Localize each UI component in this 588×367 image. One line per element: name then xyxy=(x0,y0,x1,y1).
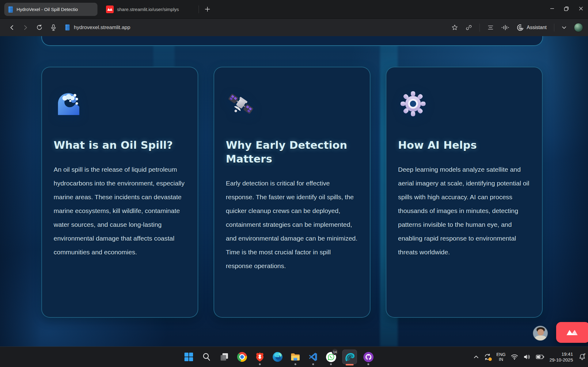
new-tab-button[interactable] xyxy=(202,4,213,14)
assistant-swirl-icon xyxy=(517,24,524,31)
system-tray: ENG IN 19:41 29-10-20 xyxy=(474,347,586,367)
tray-chevron-up-icon[interactable] xyxy=(474,355,479,359)
streamlit-crown-icon xyxy=(106,6,114,13)
browser-profile-avatar[interactable] xyxy=(574,23,583,32)
sync-status-icon[interactable] xyxy=(484,353,491,361)
task-view-button[interactable] xyxy=(218,348,231,366)
edge-icon xyxy=(273,352,283,362)
active-app-highlight xyxy=(342,350,357,364)
whatsapp-badge: 14 xyxy=(332,349,338,355)
running-indicator xyxy=(259,363,261,365)
active-indicator xyxy=(346,364,354,365)
clock-time: 19:41 xyxy=(549,351,573,357)
github-icon xyxy=(363,352,374,362)
wifi-icon[interactable] xyxy=(511,354,518,360)
search-icon xyxy=(202,353,211,361)
windows-logo-icon xyxy=(184,352,193,361)
satellite-icon xyxy=(228,91,254,117)
start-button[interactable] xyxy=(182,348,195,366)
close-icon xyxy=(579,6,583,11)
task-view-icon xyxy=(220,352,229,361)
tab-strip: HydroVexel - Oil Spill Detectio share.st… xyxy=(0,0,588,18)
address-bar[interactable]: hydrovexel.streamlit.app xyxy=(65,24,130,31)
toolbar-separator xyxy=(480,24,480,32)
assistant-button[interactable]: Assistant xyxy=(517,24,547,31)
hydrovexel-app-active[interactable] xyxy=(342,348,357,366)
restore-button[interactable] xyxy=(559,0,574,17)
clock-date: 29-10-2025 xyxy=(549,357,573,363)
tab-title-fade xyxy=(181,3,195,16)
svg-text:z: z xyxy=(584,353,586,355)
oil-barrel-icon xyxy=(8,6,13,13)
card-title: What is an Oil Spill? xyxy=(54,138,186,152)
toolbar-separator xyxy=(554,24,554,32)
language-line1: ENG xyxy=(496,352,506,357)
chrome-app[interactable] xyxy=(235,348,249,366)
running-indicator xyxy=(312,363,314,365)
edge-app[interactable] xyxy=(271,348,284,366)
language-line2: IN xyxy=(496,357,506,362)
browser-toolbar: hydrovexel.streamlit.app xyxy=(0,18,588,36)
card-body: Deep learning models analyze satellite a… xyxy=(398,163,530,259)
copy-link-icon[interactable] xyxy=(465,24,472,31)
reading-list-icon[interactable] xyxy=(487,24,494,31)
back-icon[interactable] xyxy=(9,25,15,30)
minimize-button[interactable] xyxy=(545,0,559,17)
microphone-icon[interactable] xyxy=(51,24,56,31)
water-wave-icon xyxy=(55,91,82,117)
file-explorer-app[interactable] xyxy=(289,348,302,366)
card-body: An oil spill is the release of liquid pe… xyxy=(54,163,186,259)
github-desktop-app[interactable] xyxy=(362,348,375,366)
card-title: How AI Helps xyxy=(398,138,530,152)
reload-icon[interactable] xyxy=(36,24,43,31)
vscode-app[interactable] xyxy=(306,348,320,366)
running-indicator xyxy=(330,363,332,365)
window-controls xyxy=(545,0,588,17)
streamlit-badge[interactable] xyxy=(556,322,588,343)
card-title: Why Early Detection Matters xyxy=(226,138,358,166)
forward-icon[interactable] xyxy=(23,25,28,30)
avatar-face xyxy=(537,329,544,335)
running-indicator xyxy=(294,363,296,365)
streamlit-user-avatar[interactable] xyxy=(533,326,548,341)
card-body: Early detection is critical for effectiv… xyxy=(226,176,358,273)
url-text: hydrovexel.streamlit.app xyxy=(74,24,130,31)
running-indicator xyxy=(367,363,369,365)
gear-icon xyxy=(400,91,426,117)
taskbar-clock[interactable]: 19:41 29-10-2025 xyxy=(549,351,573,363)
bookmark-star-icon[interactable] xyxy=(451,24,458,31)
tab-title: share.streamlit.io/user/simplys xyxy=(117,7,179,12)
card-why-early-detection: Why Early Detection Matters Early detect… xyxy=(214,67,370,318)
battery-charging-icon[interactable] xyxy=(536,354,544,360)
assistant-label: Assistant xyxy=(527,25,547,30)
windows-taskbar: 14 xyxy=(0,346,588,367)
search-button[interactable] xyxy=(200,348,213,366)
brave-icon xyxy=(256,352,264,362)
tab-streamlit-share[interactable]: share.streamlit.io/user/simplys xyxy=(103,3,195,16)
notification-bell-dnd-icon[interactable]: z z xyxy=(578,353,586,361)
volume-icon[interactable] xyxy=(523,354,531,360)
hydrovexel-wave-icon xyxy=(344,352,355,362)
restore-icon xyxy=(564,6,569,11)
card-what-is-oil-spill: What is an Oil Spill? An oil spill is th… xyxy=(41,67,198,318)
tab-separator xyxy=(199,6,199,13)
waveform-icon[interactable] xyxy=(501,24,509,31)
nav-controls xyxy=(0,24,56,31)
streamlit-crown-icon xyxy=(565,328,579,337)
card-how-ai-helps: How AI Helps Deep learning models analyz… xyxy=(386,67,543,318)
brave-app[interactable] xyxy=(253,348,267,366)
minimize-icon xyxy=(550,6,555,11)
chevron-down-icon[interactable] xyxy=(562,25,567,30)
folder-icon xyxy=(290,353,300,361)
taskbar-app-icons: 14 xyxy=(182,347,375,367)
tab-hydrovexel[interactable]: HydroVexel - Oil Spill Detectio xyxy=(4,3,97,16)
partial-card-above xyxy=(41,36,543,46)
close-button[interactable] xyxy=(574,0,588,17)
whatsapp-app[interactable]: 14 xyxy=(324,348,338,366)
sync-alert-dot xyxy=(488,358,492,361)
tab-title: HydroVexel - Oil Spill Detectio xyxy=(17,7,78,12)
tab-title-fade xyxy=(83,3,97,16)
browser-window: HydroVexel - Oil Spill Detectio share.st… xyxy=(0,0,588,367)
language-indicator[interactable]: ENG IN xyxy=(496,352,506,362)
toolbar-actions: Assistant xyxy=(451,23,588,32)
